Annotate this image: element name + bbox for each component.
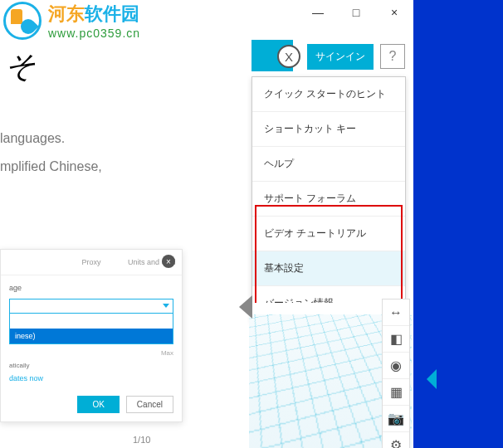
overlay-close-button[interactable]: X — [277, 45, 300, 68]
minimize-button[interactable]: — — [299, 0, 337, 25]
settings-tool-icon[interactable]: ⚙ — [383, 432, 409, 448]
move-tool-icon[interactable]: ↔ — [383, 299, 409, 326]
logo-url: www.pc0359.cn — [48, 27, 140, 40]
language-label: age — [9, 284, 173, 292]
cancel-button[interactable]: Cancel — [126, 396, 173, 413]
right-toolbar: ↔ ◧ ◉ ▦ 📷 ⚙ — [382, 299, 410, 448]
decorative-glyph: そ — [5, 46, 36, 87]
window-controls: — □ × — [299, 0, 413, 25]
dialog-close-icon[interactable]: × — [162, 255, 175, 268]
help-button[interactable]: ? — [380, 44, 405, 69]
logo-text-1: 河东 — [48, 3, 85, 24]
logo-text-2: 软件园 — [85, 3, 139, 24]
language-option-chinese[interactable]: inese) — [10, 329, 173, 343]
text-line-2: mplified Chinese, — [0, 153, 249, 181]
menu-video-tutorial[interactable]: ビデオ チュートリアル — [252, 217, 405, 251]
cube-tool-icon[interactable]: ◧ — [383, 326, 409, 353]
side-blue-strip — [413, 0, 503, 448]
tab-general[interactable] — [1, 250, 61, 275]
check-updates-link[interactable]: dates now — [9, 374, 173, 382]
menu-help[interactable]: ヘルプ — [252, 147, 405, 182]
auto-update-label: atically — [9, 362, 173, 369]
menu-quickstart[interactable]: クイック スタートのヒント — [252, 77, 405, 112]
close-button[interactable]: × — [375, 0, 413, 25]
language-select[interactable] — [9, 299, 173, 314]
maximize-button[interactable]: □ — [337, 0, 375, 25]
background-content: languages. mplified Chinese, — [0, 116, 249, 180]
text-line-1: languages. — [0, 124, 249, 153]
visibility-tool-icon[interactable]: ◉ — [383, 353, 409, 379]
menu-shortcuts[interactable]: ショートカット キー — [252, 112, 405, 147]
ok-button[interactable]: OK — [77, 396, 119, 413]
top-bar: X サインイン ? — [0, 40, 413, 73]
signin-button[interactable]: サインイン — [307, 44, 374, 70]
menu-preferences[interactable]: 基本設定 — [252, 251, 405, 286]
settings-dialog: × Proxy Units and Grid age inese) Max at… — [0, 249, 183, 422]
help-dropdown-menu: クイック スタートのヒント ショートカット キー ヘルプ サポート フォーラム … — [252, 76, 406, 322]
max-label: Max — [9, 349, 173, 357]
tab-proxy[interactable]: Proxy — [61, 250, 122, 275]
language-select-options[interactable]: inese) — [9, 313, 173, 344]
menu-support-forum[interactable]: サポート フォーラム — [252, 182, 405, 217]
panel-expand-handle[interactable] — [239, 295, 252, 319]
camera-tool-icon[interactable]: 📷 — [383, 406, 409, 432]
page-indicator: 1/10 — [133, 435, 150, 445]
site-watermark: 河东软件园 www.pc0359.cn — [0, 0, 140, 41]
logo-icon — [3, 2, 42, 40]
grid-tool-icon[interactable]: ▦ — [383, 379, 409, 406]
